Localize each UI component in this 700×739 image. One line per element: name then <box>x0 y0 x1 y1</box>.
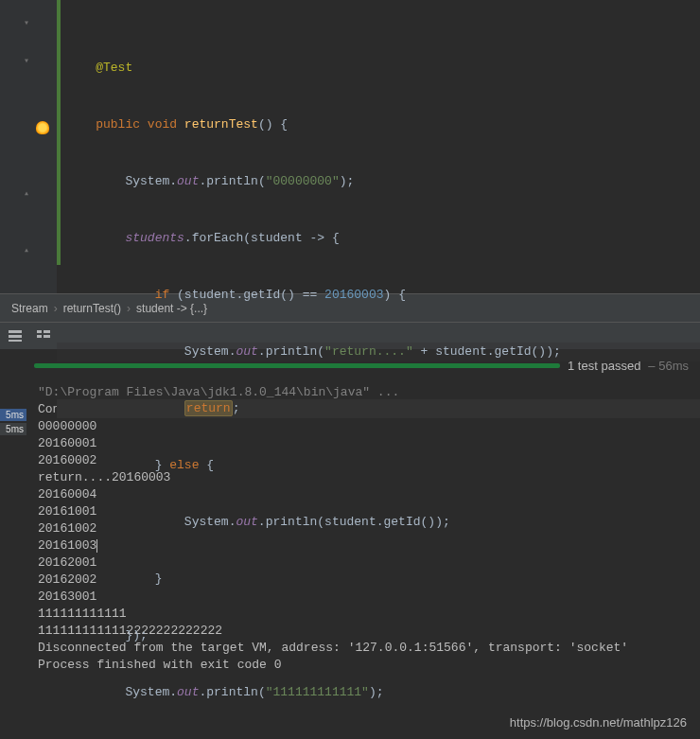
method-call: getId <box>384 515 421 529</box>
method-call: println <box>206 685 258 699</box>
svg-rect-5 <box>44 330 50 333</box>
field-ref: out <box>236 515 257 529</box>
method-call: println <box>206 174 258 188</box>
watermark: https://blog.csdn.net/mathlpz126 <box>510 715 687 730</box>
var-ref: student <box>435 344 487 359</box>
fold-icon[interactable]: ▾ <box>24 55 29 66</box>
string-literal: "111111111111" <box>266 685 369 699</box>
test-time-chip[interactable]: 5ms <box>0 423 26 435</box>
annotation: @Test <box>96 61 132 75</box>
svg-rect-1 <box>9 335 22 338</box>
svg-rect-4 <box>37 335 42 338</box>
fold-icon[interactable]: ▴ <box>24 187 29 199</box>
field-ref: students <box>125 231 184 245</box>
operator: + <box>413 344 435 359</box>
filter-icon[interactable] <box>36 328 51 343</box>
punct: } <box>155 572 163 586</box>
svg-rect-2 <box>9 340 22 342</box>
punct: -> { <box>303 231 340 245</box>
class-ref: System <box>184 344 229 359</box>
punct: ; <box>233 401 240 415</box>
method-call: println <box>266 344 318 359</box>
keyword: if <box>155 288 170 302</box>
keyword: else <box>169 458 199 472</box>
punct: () { <box>258 117 288 132</box>
breadcrumb-item[interactable]: Stream <box>11 302 48 315</box>
code-content[interactable]: @Test public void returnTest() { System.… <box>57 0 700 293</box>
punct: ; <box>376 685 384 699</box>
var-ref: student <box>184 288 236 302</box>
punct: ; <box>347 174 355 188</box>
test-tree-times: 5ms 5ms <box>0 409 26 437</box>
code-editor[interactable]: ▾ ▾ ▴ ▴ @Test public void returnTest() {… <box>0 0 700 293</box>
method-call: forEach <box>192 231 244 245</box>
field-ref: out <box>177 685 199 699</box>
method-call: println <box>266 515 318 529</box>
field-ref: out <box>236 344 257 359</box>
gutter: ▾ ▾ ▴ ▴ <box>0 0 57 293</box>
class-ref: System <box>184 515 229 529</box>
svg-rect-6 <box>44 335 50 338</box>
punct: ; <box>553 344 561 359</box>
var-ref: student <box>324 515 376 529</box>
svg-rect-0 <box>9 330 22 333</box>
method-call: getId <box>243 288 280 302</box>
field-ref: out <box>177 174 199 188</box>
punct: }); <box>125 628 147 642</box>
method-call: getId <box>495 344 532 359</box>
fold-icon[interactable]: ▾ <box>24 17 29 28</box>
string-literal: "00000000" <box>266 174 340 188</box>
punct: ) { <box>384 288 406 302</box>
intention-bulb-icon[interactable] <box>36 121 49 134</box>
vcs-change-marker <box>57 0 61 265</box>
method-name: returnTest <box>184 117 258 132</box>
svg-rect-3 <box>37 330 42 333</box>
punct: ; <box>443 515 450 529</box>
keyword: public void <box>96 117 177 132</box>
fold-icon[interactable]: ▴ <box>24 244 29 255</box>
layout-icon[interactable] <box>8 328 23 343</box>
test-time-chip[interactable]: 5ms <box>0 409 26 421</box>
string-literal: "return...." <box>324 344 413 359</box>
param: student <box>251 231 303 245</box>
class-ref: System <box>125 174 169 188</box>
class-ref: System <box>125 685 169 699</box>
operator: == <box>295 288 324 302</box>
number-literal: 20160003 <box>324 288 383 302</box>
punct: } <box>155 458 163 472</box>
keyword-return: return <box>184 400 233 416</box>
